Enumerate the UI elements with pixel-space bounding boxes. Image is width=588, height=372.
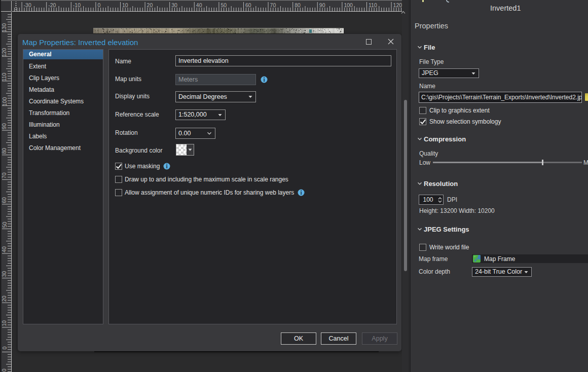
svg-text:20: 20 [147,2,153,8]
svg-text:-10: -10 [2,368,8,372]
svg-text:20: 20 [2,295,8,302]
svg-text:50: 50 [220,2,227,8]
svg-text:100: 100 [344,2,353,8]
svg-text:-20: -20 [48,2,56,8]
svg-text:130: 130 [2,23,8,32]
svg-text:40: 40 [196,2,202,8]
svg-text:30: 30 [2,271,8,277]
svg-text:60: 60 [245,2,251,8]
svg-text:70: 70 [270,2,276,8]
svg-text:30: 30 [171,2,177,8]
svg-text:0: 0 [97,2,100,8]
svg-text:90: 90 [319,2,325,8]
svg-text:70: 70 [2,172,8,178]
svg-text:0: 0 [2,346,8,349]
svg-text:120: 120 [2,48,8,57]
svg-text:100: 100 [2,97,8,106]
svg-text:120: 120 [393,2,402,8]
svg-text:80: 80 [295,2,301,8]
svg-text:80: 80 [2,148,8,154]
svg-text:110: 110 [2,72,7,81]
svg-text:-10: -10 [73,2,81,8]
svg-text:50: 50 [2,222,8,228]
svg-text:90: 90 [2,123,8,129]
svg-text:10: 10 [122,2,128,8]
svg-text:110: 110 [369,2,377,8]
svg-text:40: 40 [2,246,8,252]
svg-text:10: 10 [2,320,8,326]
svg-text:-30: -30 [24,2,31,8]
svg-text:60: 60 [2,197,8,203]
